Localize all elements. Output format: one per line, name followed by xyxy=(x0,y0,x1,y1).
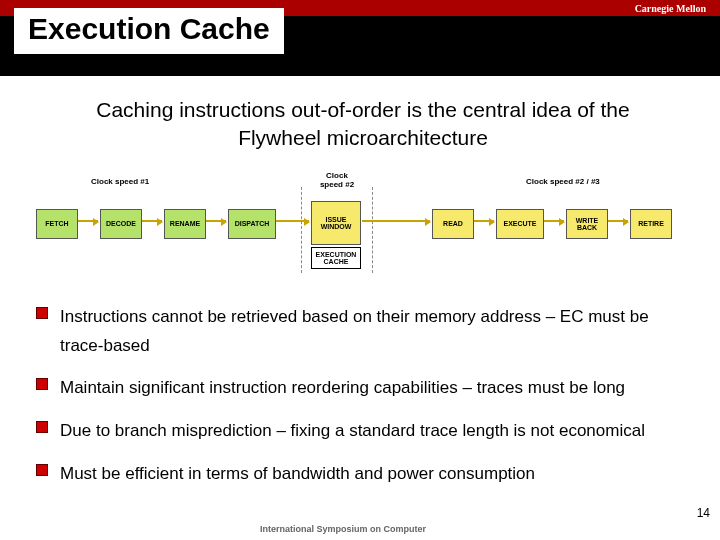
arrow-icon xyxy=(362,220,430,222)
divider-2 xyxy=(372,187,373,273)
stage-fetch: FETCH xyxy=(36,209,78,239)
pipeline-diagram: Clock speed #1 Clock speed #2 Clock spee… xyxy=(36,167,690,285)
stage-execute: EXECUTE xyxy=(496,209,544,239)
divider-1 xyxy=(301,187,302,273)
bullet-text: Instructions cannot be retrieved based o… xyxy=(60,303,690,361)
stage-retire: RETIRE xyxy=(630,209,672,239)
brand-logo: Carnegie Mellon xyxy=(635,3,706,14)
list-item: Due to branch misprediction – fixing a s… xyxy=(36,417,690,446)
title-box: Execution Cache xyxy=(14,8,284,54)
arrow-icon xyxy=(276,220,309,222)
arrow-icon xyxy=(544,220,564,222)
clock-speed-2-label: Clock speed #2 xyxy=(317,171,357,189)
title-band: Execution Cache xyxy=(0,16,720,76)
stage-issue-window: ISSUE WINDOW xyxy=(311,201,361,245)
arrow-icon xyxy=(608,220,628,222)
stage-dispatch: DISPATCH xyxy=(228,209,276,239)
arrow-icon xyxy=(142,220,162,222)
slide-title: Execution Cache xyxy=(28,12,270,46)
footer-text: International Symposium on Computer xyxy=(260,524,426,534)
bullet-square-icon xyxy=(36,378,48,390)
bullet-list: Instructions cannot be retrieved based o… xyxy=(36,303,690,489)
slide-content: Caching instructions out-of-order is the… xyxy=(0,76,720,489)
stage-rename: RENAME xyxy=(164,209,206,239)
stage-execution-cache: EXECUTION CACHE xyxy=(311,247,361,269)
bullet-square-icon xyxy=(36,464,48,476)
arrow-icon xyxy=(206,220,226,222)
list-item: Instructions cannot be retrieved based o… xyxy=(36,303,690,361)
arrow-icon xyxy=(78,220,98,222)
bullet-text: Must be efficient in terms of bandwidth … xyxy=(60,460,535,489)
clock-speed-3-label: Clock speed #2 / #3 xyxy=(526,177,600,186)
bullet-text: Due to branch misprediction – fixing a s… xyxy=(60,417,645,446)
page-number: 14 xyxy=(697,506,710,520)
arrow-icon xyxy=(474,220,494,222)
stage-read: READ xyxy=(432,209,474,239)
bullet-square-icon xyxy=(36,421,48,433)
list-item: Must be efficient in terms of bandwidth … xyxy=(36,460,690,489)
slide-subtitle: Caching instructions out-of-order is the… xyxy=(76,96,650,153)
stage-decode: DECODE xyxy=(100,209,142,239)
bullet-text: Maintain significant instruction reorder… xyxy=(60,374,625,403)
clock-speed-1-label: Clock speed #1 xyxy=(91,177,149,186)
stage-writeback: WRITE BACK xyxy=(566,209,608,239)
list-item: Maintain significant instruction reorder… xyxy=(36,374,690,403)
bullet-square-icon xyxy=(36,307,48,319)
